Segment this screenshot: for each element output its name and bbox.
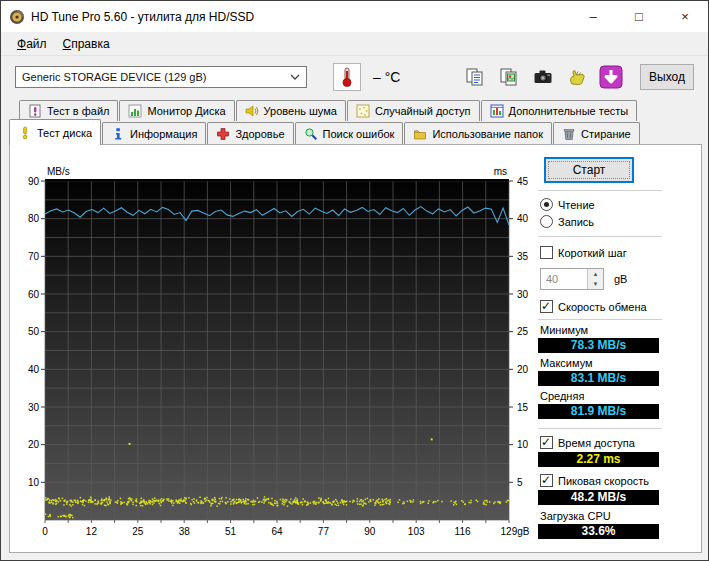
short-stride-checkbox[interactable]: Короткий шаг (540, 246, 662, 259)
svg-text:ms: ms (494, 166, 507, 177)
copy-image-icon (499, 67, 519, 87)
svg-text:60: 60 (28, 289, 40, 300)
download-button[interactable] (597, 64, 624, 91)
access-time-value: 2.27 ms (538, 452, 659, 467)
minimum-value: 78.3 MB/s (538, 338, 659, 353)
spinner-down-icon[interactable]: ▼ (588, 279, 603, 289)
divider (538, 319, 662, 320)
svg-text:80: 80 (28, 213, 40, 224)
svg-text:10: 10 (28, 477, 40, 488)
radio-icon (540, 198, 553, 211)
title-bar: HD Tune Pro 5.60 - утилита для HD/SSD – … (1, 1, 708, 32)
window-title: HD Tune Pro 5.60 - утилита для HD/SSD (31, 10, 254, 24)
divider (538, 236, 662, 237)
device-select-value: Generic STORAGE DEVICE (129 gB) (22, 71, 290, 83)
exit-button[interactable]: Выход (640, 64, 694, 90)
maximize-button[interactable]: □ (616, 1, 662, 32)
tab-erase[interactable]: Стирание (553, 122, 640, 144)
maximum-value: 83.1 MB/s (538, 371, 659, 386)
access-time-checkbox[interactable]: Время доступа (540, 436, 662, 449)
svg-text:90: 90 (28, 176, 40, 187)
cpu-usage-label: Загрузка CPU (540, 510, 662, 522)
error-scan-icon (304, 127, 318, 141)
read-radio[interactable]: Чтение (540, 198, 662, 211)
svg-text:129gB: 129gB (501, 526, 529, 537)
svg-text:35: 35 (517, 251, 529, 262)
camera-icon (533, 68, 553, 86)
svg-text:10: 10 (517, 439, 529, 450)
tab-extra-tests[interactable]: Дополнительные тесты (481, 100, 638, 121)
disk-test-icon (18, 126, 32, 140)
extra-tests-icon (490, 104, 504, 118)
average-value: 81.9 MB/s (538, 404, 659, 419)
temperature-button[interactable] (333, 63, 361, 91)
copy-image-button[interactable] (495, 64, 522, 91)
tab-random-access[interactable]: Случайный доступ (347, 100, 480, 121)
minimize-button[interactable]: – (570, 1, 616, 32)
divider (538, 428, 662, 429)
folder-usage-icon (413, 127, 427, 141)
cpu-usage-value: 33.6% (538, 524, 659, 539)
transfer-rate-checkbox[interactable]: Скорость обмена (540, 300, 662, 313)
svg-text:20: 20 (28, 439, 40, 450)
close-button[interactable]: × (662, 1, 708, 32)
tab-information[interactable]: Информация (102, 122, 206, 144)
minimum-label: Минимум (540, 324, 662, 336)
svg-text:15: 15 (517, 402, 529, 413)
svg-text:38: 38 (179, 526, 191, 537)
svg-text:50: 50 (28, 326, 40, 337)
svg-text:25: 25 (132, 526, 144, 537)
svg-text:40: 40 (28, 364, 40, 375)
svg-text:77: 77 (318, 526, 330, 537)
svg-text:116: 116 (455, 526, 471, 537)
start-button[interactable]: Старт (544, 157, 634, 183)
burst-rate-checkbox[interactable]: Пиковая скорость (540, 474, 662, 487)
hand-save-button[interactable] (563, 64, 590, 91)
divider (538, 190, 662, 191)
stride-size-row: 40 ▲ ▼ gB (540, 268, 662, 290)
svg-text:30: 30 (517, 289, 529, 300)
svg-text:25: 25 (517, 326, 529, 337)
svg-text:40: 40 (517, 213, 529, 224)
tab-disk-benchmark[interactable]: Тест диска (9, 119, 101, 145)
benchmark-chart: 9080706050403020104540353025201510501225… (14, 149, 529, 549)
screenshot-button[interactable] (529, 64, 556, 91)
benchmark-controls: Старт Чтение Запись Короткий шаг 40 ▲ (538, 145, 662, 539)
erase-icon (562, 127, 576, 141)
info-icon (111, 127, 125, 141)
thermometer-icon (341, 67, 353, 87)
stride-unit-label: gB (614, 273, 627, 285)
tab-disk-monitor[interactable]: Монитор Диска (119, 100, 234, 121)
tab-error-scan[interactable]: Поиск ошибок (295, 122, 404, 144)
toolbar: Generic STORAGE DEVICE (129 gB) – °C (1, 56, 708, 98)
copy-text-icon (465, 67, 485, 87)
maximum-label: Максимум (540, 357, 662, 369)
svg-text:90: 90 (364, 526, 376, 537)
svg-text:0: 0 (42, 526, 48, 537)
spinner-up-icon[interactable]: ▲ (588, 269, 603, 279)
burst-rate-value: 48.2 MB/s (538, 490, 659, 505)
checkbox-icon (540, 300, 553, 313)
tab-noise-level[interactable]: Уровень шума (236, 100, 346, 121)
copy-text-button[interactable] (461, 64, 488, 91)
temperature-value: – °C (373, 69, 400, 85)
svg-text:51: 51 (225, 526, 237, 537)
svg-text:20: 20 (517, 364, 529, 375)
tab-file-benchmark[interactable]: Тест в файл (19, 100, 118, 121)
svg-text:64: 64 (271, 526, 283, 537)
svg-text:103: 103 (408, 526, 425, 537)
svg-text:12: 12 (86, 526, 98, 537)
menu-file[interactable]: Файл (9, 34, 55, 54)
stride-size-spinner[interactable]: 40 ▲ ▼ (540, 268, 604, 290)
health-icon (216, 127, 230, 141)
tab-folder-usage[interactable]: Использование папок (404, 122, 552, 144)
radio-icon (540, 215, 553, 228)
device-select[interactable]: Generic STORAGE DEVICE (129 gB) (15, 66, 307, 88)
tab-strip: Тест в файл Монитор Диска Уровень шума (1, 99, 709, 144)
menu-help[interactable]: Справка (55, 34, 118, 54)
download-arrow-icon (599, 65, 623, 89)
disk-monitor-icon (128, 104, 142, 118)
svg-text:30: 30 (28, 402, 40, 413)
tab-health[interactable]: Здоровье (207, 122, 293, 144)
write-radio[interactable]: Запись (540, 215, 662, 228)
